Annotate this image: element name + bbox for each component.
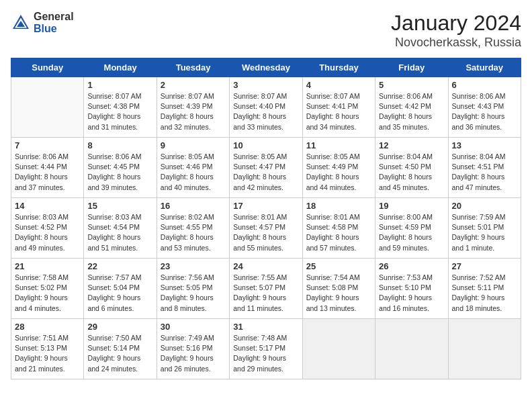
calendar-cell	[375, 319, 448, 379]
day-number: 2	[161, 80, 226, 90]
day-number: 3	[233, 80, 298, 90]
day-number: 20	[452, 201, 517, 211]
day-number: 26	[379, 261, 444, 271]
day-number: 9	[161, 140, 226, 150]
calendar-cell: 3Sunrise: 8:07 AMSunset: 4:40 PMDaylight…	[230, 77, 302, 138]
calendar-cell: 22Sunrise: 7:57 AMSunset: 5:04 PMDayligh…	[84, 259, 157, 319]
weekday-header-thursday: Thursday	[302, 58, 375, 77]
day-info: Sunrise: 7:56 AMSunset: 5:05 PMDaylight:…	[161, 273, 226, 314]
day-number: 29	[87, 322, 152, 332]
calendar-cell	[11, 77, 84, 138]
day-info: Sunrise: 7:51 AMSunset: 5:13 PMDaylight:…	[15, 333, 80, 374]
calendar-cell: 5Sunrise: 8:06 AMSunset: 4:42 PMDaylight…	[375, 77, 448, 138]
day-info: Sunrise: 8:05 AMSunset: 4:46 PMDaylight:…	[161, 152, 226, 193]
day-info: Sunrise: 7:50 AMSunset: 5:14 PMDaylight:…	[87, 333, 152, 374]
calendar-cell: 2Sunrise: 8:07 AMSunset: 4:39 PMDaylight…	[157, 77, 229, 138]
calendar-cell: 12Sunrise: 8:04 AMSunset: 4:50 PMDayligh…	[375, 138, 448, 198]
day-info: Sunrise: 8:07 AMSunset: 4:38 PMDaylight:…	[87, 91, 152, 132]
day-info: Sunrise: 8:06 AMSunset: 4:43 PMDaylight:…	[452, 91, 517, 132]
calendar-week-row: 1Sunrise: 8:07 AMSunset: 4:38 PMDaylight…	[11, 77, 521, 138]
calendar-table: SundayMondayTuesdayWednesdayThursdayFrid…	[11, 58, 521, 379]
calendar-cell: 4Sunrise: 8:07 AMSunset: 4:41 PMDaylight…	[302, 77, 375, 138]
calendar-cell: 8Sunrise: 8:06 AMSunset: 4:45 PMDaylight…	[84, 138, 157, 198]
day-info: Sunrise: 8:01 AMSunset: 4:58 PMDaylight:…	[306, 212, 371, 253]
day-info: Sunrise: 8:05 AMSunset: 4:47 PMDaylight:…	[233, 152, 298, 193]
day-number: 15	[87, 201, 152, 211]
day-number: 8	[87, 140, 152, 150]
calendar-cell: 28Sunrise: 7:51 AMSunset: 5:13 PMDayligh…	[11, 319, 84, 379]
day-number: 24	[233, 261, 298, 271]
day-info: Sunrise: 7:59 AMSunset: 5:01 PMDaylight:…	[452, 212, 517, 253]
calendar-cell: 11Sunrise: 8:05 AMSunset: 4:49 PMDayligh…	[302, 138, 375, 198]
day-number: 11	[306, 140, 371, 150]
day-number: 22	[87, 261, 152, 271]
calendar-cell	[302, 319, 375, 379]
day-info: Sunrise: 7:48 AMSunset: 5:17 PMDaylight:…	[233, 333, 298, 374]
calendar-cell: 1Sunrise: 8:07 AMSunset: 4:38 PMDaylight…	[84, 77, 157, 138]
day-number: 25	[306, 261, 371, 271]
calendar-cell: 17Sunrise: 8:01 AMSunset: 4:57 PMDayligh…	[230, 198, 302, 259]
calendar-cell: 25Sunrise: 7:54 AMSunset: 5:08 PMDayligh…	[302, 259, 375, 319]
logo-text: General Blue	[34, 11, 74, 34]
calendar-cell: 15Sunrise: 8:03 AMSunset: 4:54 PMDayligh…	[84, 198, 157, 259]
month-title: January 2024	[391, 11, 521, 36]
day-info: Sunrise: 7:52 AMSunset: 5:11 PMDaylight:…	[452, 273, 517, 314]
day-info: Sunrise: 7:58 AMSunset: 5:02 PMDaylight:…	[15, 273, 80, 314]
calendar-cell: 20Sunrise: 7:59 AMSunset: 5:01 PMDayligh…	[448, 198, 521, 259]
day-number: 31	[233, 322, 298, 332]
weekday-header-tuesday: Tuesday	[157, 58, 229, 77]
day-info: Sunrise: 8:01 AMSunset: 4:57 PMDaylight:…	[233, 212, 298, 253]
logo-general-text: General	[34, 11, 74, 23]
day-info: Sunrise: 8:03 AMSunset: 4:54 PMDaylight:…	[87, 212, 152, 253]
weekday-header-friday: Friday	[375, 58, 448, 77]
calendar-cell: 24Sunrise: 7:55 AMSunset: 5:07 PMDayligh…	[230, 259, 302, 319]
calendar-cell: 9Sunrise: 8:05 AMSunset: 4:46 PMDaylight…	[157, 138, 229, 198]
day-info: Sunrise: 8:06 AMSunset: 4:44 PMDaylight:…	[15, 152, 80, 193]
weekday-header-sunday: Sunday	[11, 58, 84, 77]
weekday-header-wednesday: Wednesday	[230, 58, 302, 77]
day-number: 30	[161, 322, 226, 332]
day-number: 23	[161, 261, 226, 271]
day-info: Sunrise: 8:04 AMSunset: 4:50 PMDaylight:…	[379, 152, 444, 193]
calendar-cell: 30Sunrise: 7:49 AMSunset: 5:16 PMDayligh…	[157, 319, 229, 379]
day-number: 7	[15, 140, 80, 150]
day-number: 27	[452, 261, 517, 271]
day-info: Sunrise: 8:07 AMSunset: 4:39 PMDaylight:…	[161, 91, 226, 132]
day-info: Sunrise: 7:49 AMSunset: 5:16 PMDaylight:…	[161, 333, 226, 374]
day-number: 16	[161, 201, 226, 211]
calendar-cell: 19Sunrise: 8:00 AMSunset: 4:59 PMDayligh…	[375, 198, 448, 259]
calendar-cell: 14Sunrise: 8:03 AMSunset: 4:52 PMDayligh…	[11, 198, 84, 259]
day-info: Sunrise: 8:07 AMSunset: 4:41 PMDaylight:…	[306, 91, 371, 132]
day-info: Sunrise: 8:07 AMSunset: 4:40 PMDaylight:…	[233, 91, 298, 132]
day-number: 14	[15, 201, 80, 211]
calendar-cell: 13Sunrise: 8:04 AMSunset: 4:51 PMDayligh…	[448, 138, 521, 198]
calendar-cell: 10Sunrise: 8:05 AMSunset: 4:47 PMDayligh…	[230, 138, 302, 198]
calendar-cell	[448, 319, 521, 379]
day-info: Sunrise: 8:02 AMSunset: 4:55 PMDaylight:…	[161, 212, 226, 253]
day-info: Sunrise: 7:55 AMSunset: 5:07 PMDaylight:…	[233, 273, 298, 314]
day-number: 18	[306, 201, 371, 211]
day-number: 1	[87, 80, 152, 90]
day-info: Sunrise: 8:04 AMSunset: 4:51 PMDaylight:…	[452, 152, 517, 193]
weekday-header-saturday: Saturday	[448, 58, 521, 77]
day-number: 28	[15, 322, 80, 332]
day-number: 10	[233, 140, 298, 150]
calendar-week-row: 21Sunrise: 7:58 AMSunset: 5:02 PMDayligh…	[11, 259, 521, 319]
calendar-week-row: 7Sunrise: 8:06 AMSunset: 4:44 PMDaylight…	[11, 138, 521, 198]
day-number: 6	[452, 80, 517, 90]
day-info: Sunrise: 8:06 AMSunset: 4:45 PMDaylight:…	[87, 152, 152, 193]
calendar-cell: 16Sunrise: 8:02 AMSunset: 4:55 PMDayligh…	[157, 198, 229, 259]
day-number: 19	[379, 201, 444, 211]
title-area: January 2024 Novocherkassk, Russia	[391, 11, 521, 50]
calendar-week-row: 14Sunrise: 8:03 AMSunset: 4:52 PMDayligh…	[11, 198, 521, 259]
weekday-header-monday: Monday	[84, 58, 157, 77]
day-number: 12	[379, 140, 444, 150]
calendar-cell: 23Sunrise: 7:56 AMSunset: 5:05 PMDayligh…	[157, 259, 229, 319]
day-number: 5	[379, 80, 444, 90]
day-info: Sunrise: 7:53 AMSunset: 5:10 PMDaylight:…	[379, 273, 444, 314]
day-number: 4	[306, 80, 371, 90]
calendar-cell: 18Sunrise: 8:01 AMSunset: 4:58 PMDayligh…	[302, 198, 375, 259]
day-number: 21	[15, 261, 80, 271]
calendar-cell: 31Sunrise: 7:48 AMSunset: 5:17 PMDayligh…	[230, 319, 302, 379]
calendar-week-row: 28Sunrise: 7:51 AMSunset: 5:13 PMDayligh…	[11, 319, 521, 379]
